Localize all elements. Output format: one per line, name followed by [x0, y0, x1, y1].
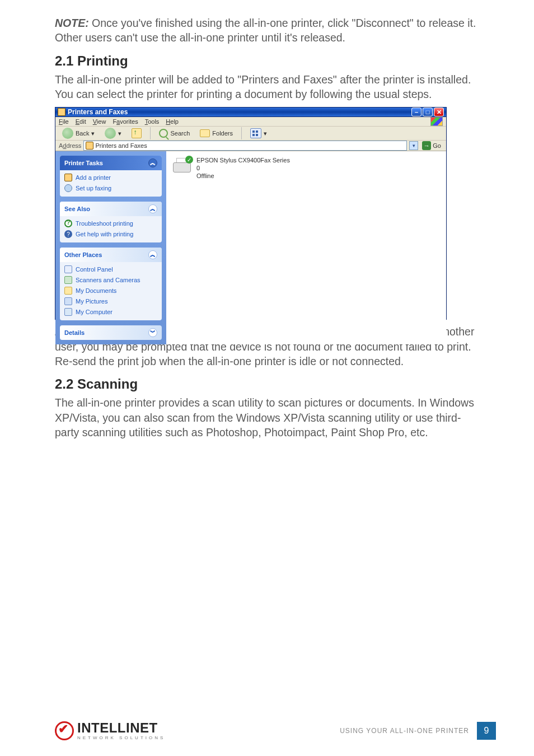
toolbar-separator [150, 127, 151, 139]
my-computer-link[interactable]: My Computer [64, 308, 157, 316]
close-button[interactable]: ✕ [434, 108, 444, 116]
collapse-icon[interactable]: ︽ [148, 204, 157, 213]
window-title: Printers and Faxes [68, 108, 128, 116]
back-button[interactable]: Back ▾ [59, 127, 98, 140]
views-icon [250, 128, 261, 138]
page-footer: INTELLINET NETWORK SOLUTIONS USING YOUR … [0, 721, 534, 740]
printer-status: Offline [196, 172, 290, 180]
search-button[interactable]: Search [156, 128, 193, 139]
get-help-label: Get help with printing [76, 231, 133, 237]
forward-icon [105, 128, 116, 139]
collapse-icon[interactable]: ︽ [148, 250, 157, 259]
computer-icon [64, 308, 72, 316]
go-button[interactable]: →Go [420, 141, 443, 150]
add-printer-label: Add a printer [76, 174, 111, 181]
back-label: Back [76, 130, 89, 137]
printer-list-item[interactable]: ✓ EPSON Stylus CX9400Fax Series 0 Offlin… [172, 157, 441, 180]
note-top: NOTE: Once you've finished using the all… [55, 16, 479, 45]
back-icon [62, 128, 73, 139]
views-button[interactable]: ▾ [247, 127, 270, 139]
see-also-header[interactable]: See Also︽ [60, 202, 162, 216]
troubleshoot-link[interactable]: Troubleshoot printing [64, 220, 157, 227]
brand-subtitle: NETWORK SOLUTIONS [77, 736, 165, 740]
menu-favorites[interactable]: Favorites [113, 118, 138, 125]
address-bar: Address Printers and Faxes ▾ →Go [55, 141, 446, 151]
get-help-link[interactable]: ?Get help with printing [64, 230, 157, 238]
help-icon [64, 220, 72, 227]
note-label: NOTE: [55, 17, 89, 29]
menu-file[interactable]: File [59, 118, 69, 125]
printer-tasks-box: Printer Tasks︽ Add a printer Set up faxi… [60, 156, 162, 197]
footer-section: USING YOUR ALL-IN-ONE PRINTER [340, 727, 469, 735]
brand-name: INTELLINET [77, 721, 165, 735]
printers-faxes-window: Printers and Faxes – □ ✕ File Edit View … [55, 107, 447, 320]
my-documents-label: My Documents [76, 287, 116, 294]
address-dropdown[interactable]: ▾ [409, 141, 418, 150]
control-panel-icon [64, 265, 72, 273]
control-panel-label: Control Panel [76, 266, 113, 273]
menubar: File Edit View Favorites Tools Help [55, 117, 446, 127]
up-icon [132, 128, 142, 138]
titlebar[interactable]: Printers and Faxes – □ ✕ [55, 108, 446, 117]
other-places-header[interactable]: Other Places︽ [60, 248, 162, 262]
collapse-icon[interactable]: ︽ [148, 158, 157, 167]
address-combo[interactable]: Printers and Faxes [83, 141, 407, 151]
pictures-icon [64, 297, 72, 305]
address-icon [86, 142, 93, 150]
folders-label: Folders [212, 130, 233, 137]
folders-button[interactable]: Folders [196, 128, 236, 138]
scanners-link[interactable]: Scanners and Cameras [64, 276, 157, 284]
help2-icon: ? [64, 230, 72, 238]
folders-icon [200, 129, 210, 137]
menu-help[interactable]: Help [166, 118, 179, 125]
menu-tools[interactable]: Tools [145, 118, 160, 125]
see-also-title: See Also [64, 206, 90, 212]
scanners-label: Scanners and Cameras [76, 277, 140, 283]
my-documents-link[interactable]: My Documents [64, 287, 157, 295]
address-value: Printers and Faxes [95, 142, 147, 149]
my-computer-label: My Computer [76, 309, 113, 315]
printer-tasks-header[interactable]: Printer Tasks︽ [60, 156, 162, 170]
setup-faxing-link[interactable]: Set up faxing [64, 184, 157, 192]
window-icon [58, 108, 65, 116]
details-header[interactable]: Details︾ [60, 325, 162, 340]
see-also-box: See Also︽ Troubleshoot printing ?Get hel… [60, 202, 162, 242]
expand-icon[interactable]: ︾ [148, 328, 157, 337]
brand-logo: INTELLINET NETWORK SOLUTIONS [55, 721, 165, 740]
other-places-title: Other Places [64, 251, 102, 258]
printer-tasks-title: Printer Tasks [64, 160, 103, 166]
details-title: Details [64, 329, 85, 336]
printer-name: EPSON Stylus CX9400Fax Series [196, 157, 290, 165]
main-area[interactable]: ✓ EPSON Stylus CX9400Fax Series 0 Offlin… [166, 151, 446, 344]
check-icon: ✓ [185, 156, 193, 164]
troubleshoot-label: Troubleshoot printing [76, 220, 133, 227]
details-box: Details︾ [60, 325, 162, 340]
up-button[interactable] [128, 127, 145, 139]
search-icon [159, 129, 168, 138]
scanner-icon [64, 276, 72, 284]
address-label: Address [59, 142, 81, 149]
control-panel-link[interactable]: Control Panel [64, 265, 157, 273]
logo-mark-icon [55, 721, 74, 740]
forward-button[interactable]: ▾ [101, 127, 125, 140]
my-pictures-link[interactable]: My Pictures [64, 297, 157, 305]
printer-device-icon: ✓ [172, 157, 192, 175]
fax-icon [64, 184, 72, 192]
toolbar-separator [241, 127, 242, 139]
toolbar: Back ▾ ▾ Search Folders ▾ [55, 127, 446, 141]
add-printer-link[interactable]: Add a printer [64, 174, 157, 181]
search-label: Search [170, 130, 190, 137]
heading-scanning: 2.2 Scanning [55, 376, 479, 392]
menu-view[interactable]: View [93, 118, 106, 125]
other-places-box: Other Places︽ Control Panel Scanners and… [60, 248, 162, 320]
printer-count: 0 [196, 165, 290, 172]
documents-icon [64, 287, 72, 295]
windows-logo-icon [430, 117, 443, 126]
minimize-button[interactable]: – [411, 108, 421, 116]
setup-faxing-label: Set up faxing [76, 185, 111, 192]
maximize-button[interactable]: □ [423, 108, 433, 116]
go-label: Go [433, 142, 441, 149]
menu-edit[interactable]: Edit [76, 118, 86, 125]
printer-icon [64, 174, 72, 181]
go-icon: → [422, 141, 431, 150]
